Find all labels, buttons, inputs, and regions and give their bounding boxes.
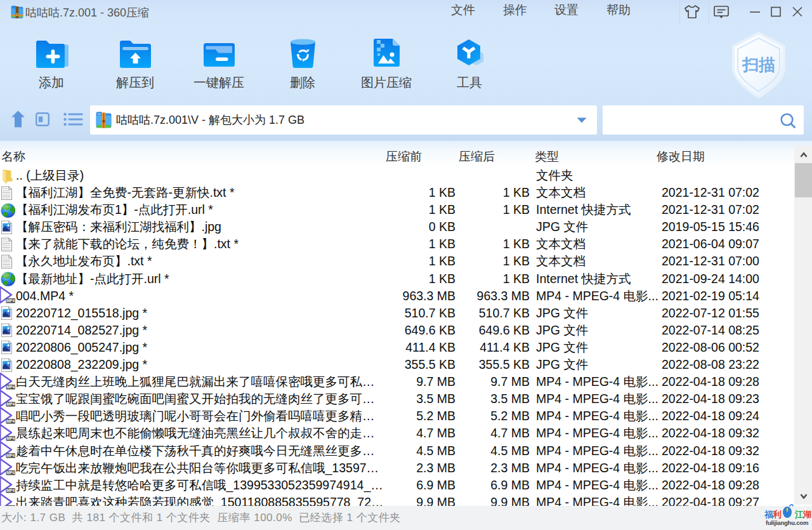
svg-text:MP4: MP4 xyxy=(6,471,15,475)
svg-text:MP4: MP4 xyxy=(6,488,15,493)
svg-text:MP4: MP4 xyxy=(6,419,15,423)
svg-text:MP4: MP4 xyxy=(6,436,15,441)
svg-text:MP4: MP4 xyxy=(6,453,15,458)
svg-text:MP4: MP4 xyxy=(6,385,15,389)
svg-text:MP4: MP4 xyxy=(6,402,15,406)
svg-text:MP4: MP4 xyxy=(6,299,15,303)
